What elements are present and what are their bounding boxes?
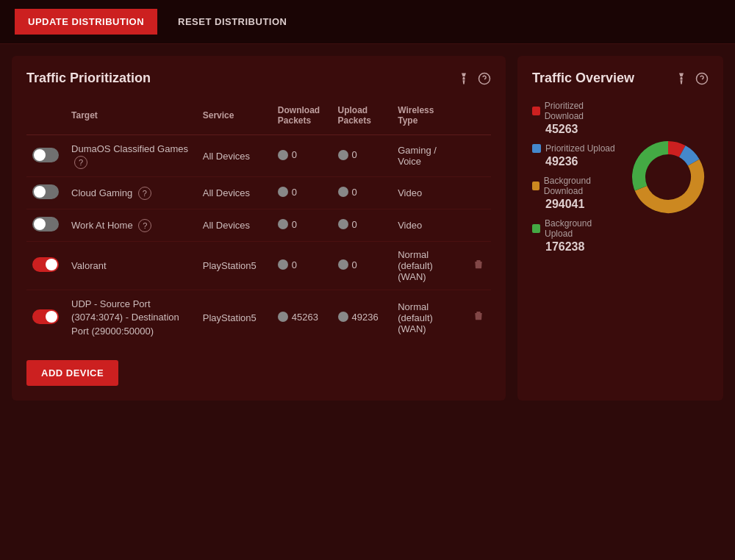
toggle-switch-2[interactable] (32, 184, 59, 199)
target-cell-1: DumaOS Classified Games ? (65, 135, 197, 177)
wireless-cell-5: Normal (default) (WAN) (392, 290, 467, 345)
download-counter-3: 0 (278, 219, 297, 230)
target-cell-5: UDP - Source Port (3074:3074) - Destinat… (65, 290, 197, 345)
upload-counter-4: 0 (338, 259, 357, 270)
upload-cell-2: 0 (332, 177, 392, 209)
help-circle-3[interactable]: ? (138, 219, 151, 232)
download-dot-5 (278, 312, 288, 322)
upload-cell-5: 49236 (332, 290, 392, 345)
toggle-cell-1 (26, 135, 65, 177)
action-cell-3 (467, 209, 491, 242)
download-counter-2: 0 (278, 187, 297, 198)
donut-hole (646, 155, 690, 199)
table-row: DumaOS Classified Games ?All Devices 0 0… (26, 135, 491, 177)
panel-header-icons-right (675, 72, 709, 85)
table-row: Work At Home ?All Devices 0 0 Video (26, 209, 491, 242)
upload-value-1: 0 (352, 149, 357, 160)
upload-value-2: 0 (352, 187, 357, 198)
upload-value-4: 0 (352, 259, 357, 270)
legend-value-3: 294041 (532, 198, 616, 211)
delete-icon-4[interactable] (473, 260, 484, 273)
download-cell-5: 45263 (272, 290, 332, 345)
legend-label-3: Background Download (532, 176, 616, 196)
panel-header-left: Traffic Prioritization (26, 71, 491, 86)
table-row: ValorantPlayStation5 0 0 Normal (default… (26, 242, 491, 290)
add-device-button[interactable]: ADD DEVICE (26, 360, 118, 386)
service-cell-5: PlayStation5 (197, 290, 272, 345)
delete-icon-5[interactable] (473, 312, 484, 324)
toggle-cell-4 (26, 242, 65, 290)
toggle-switch-4[interactable] (32, 257, 59, 272)
traffic-table: Target Service DownloadPackets UploadPac… (26, 101, 491, 345)
upload-value-3: 0 (352, 219, 357, 230)
upload-dot-4 (338, 259, 348, 270)
target-name-5: UDP - Source Port (3074:3074) - Destinat… (71, 298, 179, 336)
wireless-cell-3: Video (392, 209, 467, 242)
col-wireless-header: WirelessType (392, 101, 467, 135)
target-cell-2: Cloud Gaming ? (65, 177, 197, 209)
download-cell-2: 0 (272, 177, 332, 209)
download-value-2: 0 (292, 187, 297, 198)
reset-distribution-button[interactable]: RESET DISTRIBUTION (165, 9, 300, 35)
download-value-1: 0 (292, 149, 297, 160)
download-counter-5: 45263 (278, 312, 318, 323)
upload-counter-1: 0 (338, 149, 357, 160)
download-dot-3 (278, 219, 288, 229)
legend-container: Prioritized Download 45263 Prioritized U… (532, 101, 616, 254)
toggle-switch-1[interactable] (32, 148, 59, 162)
legend-item-1: Prioritized Download 45263 (532, 101, 616, 136)
download-dot-1 (278, 150, 288, 160)
panel-header-right: Traffic Overview (532, 71, 709, 86)
service-cell-3: All Devices (197, 209, 272, 242)
service-cell-2: All Devices (197, 177, 272, 209)
legend-label-4: Background Upload (532, 218, 616, 239)
action-cell-1 (467, 135, 491, 177)
download-value-3: 0 (292, 219, 297, 230)
download-counter-1: 0 (278, 149, 297, 160)
col-service-header: Service (197, 101, 272, 135)
toggle-switch-5[interactable] (32, 309, 59, 324)
download-cell-3: 0 (272, 209, 332, 242)
toggle-switch-3[interactable] (32, 217, 59, 231)
upload-dot-5 (338, 312, 348, 322)
legend-dot-4 (532, 224, 540, 233)
target-cell-4: Valorant (65, 242, 197, 290)
service-cell-4: PlayStation5 (197, 242, 272, 290)
upload-counter-2: 0 (338, 187, 357, 198)
target-name-4: Valorant (71, 260, 106, 271)
help-icon-left[interactable] (478, 72, 491, 85)
upload-dot-2 (338, 187, 348, 197)
main-content: Traffic Prioritization Target Service Do… (0, 44, 735, 412)
action-cell-5 (467, 290, 491, 345)
legend-item-4: Background Upload 176238 (532, 218, 616, 254)
legend-text-4: Background Upload (545, 218, 616, 239)
pin-icon-right[interactable] (675, 72, 688, 85)
update-distribution-button[interactable]: UPDATE DISTRIBUTION (15, 9, 157, 35)
table-row: Cloud Gaming ?All Devices 0 0 Video (26, 177, 491, 209)
pin-icon-left[interactable] (457, 72, 470, 85)
help-icon-right[interactable] (695, 72, 709, 85)
service-cell-1: All Devices (197, 135, 272, 177)
target-cell-3: Work At Home ? (65, 209, 197, 242)
upload-dot-3 (338, 219, 348, 229)
toggle-cell-5 (26, 290, 65, 345)
download-dot-2 (278, 187, 288, 197)
table-row: UDP - Source Port (3074:3074) - Destinat… (26, 290, 491, 345)
legend-dot-2 (532, 144, 541, 153)
help-circle-1[interactable]: ? (74, 156, 87, 169)
help-circle-2[interactable]: ? (138, 187, 151, 200)
wireless-cell-2: Video (392, 177, 467, 209)
col-target-header: Target (65, 101, 197, 135)
upload-counter-3: 0 (338, 219, 357, 230)
legend-dot-1 (532, 107, 540, 115)
action-cell-4 (467, 242, 491, 290)
upload-value-5: 49236 (352, 312, 379, 323)
traffic-prioritization-panel: Traffic Prioritization Target Service Do… (12, 56, 506, 401)
col-toggle (26, 101, 65, 135)
donut-segment-2 (682, 151, 693, 162)
legend-label-1: Prioritized Download (532, 101, 616, 121)
toggle-cell-2 (26, 177, 65, 209)
download-cell-4: 0 (272, 242, 332, 290)
upload-counter-5: 49236 (338, 312, 379, 323)
legend-text-3: Background Download (544, 176, 616, 196)
